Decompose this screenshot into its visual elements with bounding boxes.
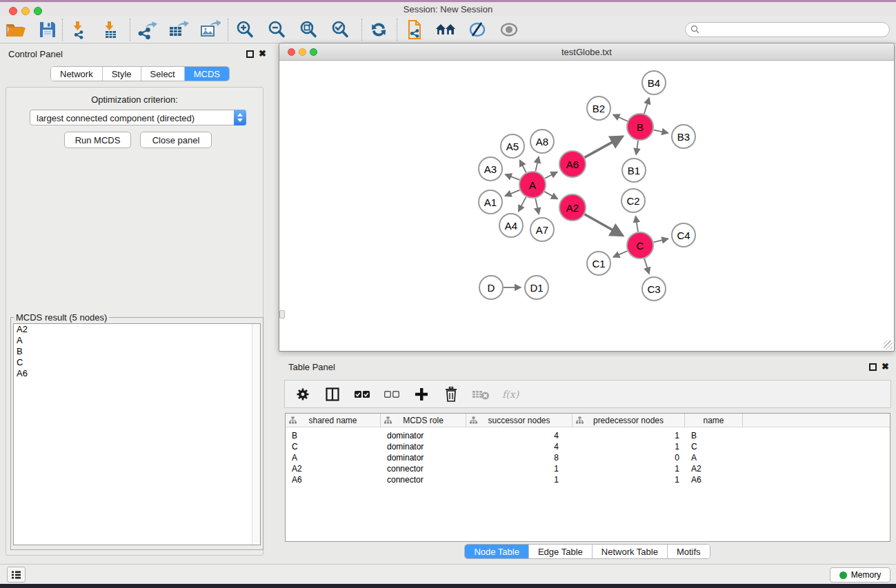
graph-node-D[interactable]: D (479, 275, 504, 300)
export-image-icon[interactable] (200, 19, 221, 40)
select-all-checks-icon[interactable] (352, 385, 372, 404)
cell-name[interactable]: A6 (685, 474, 743, 485)
graph-node-C2[interactable]: C2 (621, 188, 646, 213)
tab-edge-table[interactable]: Edge Table (529, 545, 593, 558)
graph-edge-A-A5[interactable] (520, 160, 526, 172)
graph-edge-A6-B[interactable] (585, 136, 623, 157)
tab-mcds[interactable]: MCDS (185, 67, 229, 81)
cell-MCDS-role[interactable]: connector (381, 474, 466, 485)
save-icon[interactable] (37, 19, 58, 40)
graph-node-B1[interactable]: B1 (621, 158, 646, 183)
graph-node-C[interactable]: C (626, 232, 654, 259)
unselect-all-checks-icon[interactable] (382, 385, 401, 404)
graph-node-D1[interactable]: D1 (524, 275, 549, 300)
tab-node-table[interactable]: Node Table (465, 545, 529, 558)
graph-edge-A-A6[interactable] (545, 172, 557, 178)
network-document-icon[interactable] (404, 19, 424, 40)
graph-edge-C-C2[interactable] (635, 216, 637, 232)
graph-edge-A-A8[interactable] (535, 156, 539, 171)
graph-node-B2[interactable]: B2 (586, 96, 611, 121)
graph-edge-A-A1[interactable] (505, 190, 519, 196)
graph-node-A2[interactable]: A2 (559, 194, 586, 221)
graph-edge-A-A2[interactable] (544, 192, 557, 199)
graph-edge-C-C1[interactable] (613, 251, 628, 257)
column-layout-icon[interactable] (323, 385, 342, 404)
control-panel-close-icon[interactable]: ✖ (259, 48, 266, 59)
cell-name[interactable]: C (685, 441, 743, 452)
table-row[interactable]: Cdominator41C (286, 441, 890, 452)
export-network-icon[interactable] (137, 19, 157, 40)
graph-edge-C-C3[interactable] (644, 258, 649, 274)
zoom-out-icon[interactable] (266, 19, 287, 40)
search-input[interactable] (685, 22, 890, 37)
cell-predecessor-nodes[interactable]: 1 (573, 463, 685, 474)
delete-table-icon[interactable] (471, 385, 490, 404)
network-window-titlebar[interactable]: testGlobe.txt (279, 43, 894, 61)
graph-node-C4[interactable]: C4 (671, 223, 696, 247)
zoom-fit-icon[interactable] (298, 19, 319, 40)
graph-node-B4[interactable]: B4 (641, 70, 666, 95)
cell-MCDS-role[interactable]: connector (381, 463, 466, 474)
memory-button[interactable]: Memory (830, 567, 890, 582)
graph-edge-B-B1[interactable] (636, 141, 638, 154)
cell-MCDS-role[interactable]: dominator (381, 441, 466, 452)
close-panel-button[interactable]: Close panel (140, 132, 212, 148)
cell-successor-nodes[interactable]: 4 (466, 430, 573, 441)
network-resize-grip[interactable] (884, 341, 893, 349)
mcds-result-item[interactable]: C (14, 357, 260, 368)
refresh-icon[interactable] (368, 19, 389, 40)
column-header-successor-nodes[interactable]: successor nodes (466, 414, 573, 427)
tab-network[interactable]: Network (51, 67, 103, 81)
mcds-result-scrollbar[interactable] (252, 324, 260, 545)
graph-edge-B-B2[interactable] (613, 114, 628, 121)
open-file-icon[interactable] (6, 19, 26, 40)
optimization-criterion-dropdown[interactable]: largest connected component (directed) (30, 110, 246, 125)
cell-MCDS-role[interactable]: dominator (381, 452, 466, 463)
graph-edge-A-A4[interactable] (519, 197, 526, 212)
column-header-name[interactable]: name (685, 414, 743, 427)
cell-predecessor-nodes[interactable]: 1 (573, 474, 685, 485)
settings-gear-icon[interactable] (293, 385, 312, 404)
graph-edge-A-A3[interactable] (505, 174, 519, 180)
column-header-MCDS-role[interactable]: MCDS role (381, 414, 466, 427)
network-scrollbar-thumb[interactable] (279, 310, 285, 318)
node-table[interactable]: shared nameMCDS rolesuccessor nodesprede… (285, 413, 890, 542)
graph-node-A1[interactable]: A1 (478, 190, 503, 214)
graph-node-A[interactable]: A (519, 171, 546, 199)
graph-edge-B-B3[interactable] (654, 130, 668, 133)
graphics-details-icon[interactable] (467, 19, 488, 40)
graph-edge-A-A7[interactable] (535, 199, 539, 214)
graph-node-B3[interactable]: B3 (671, 124, 696, 149)
tab-motifs[interactable]: Motifs (668, 545, 710, 558)
table-row[interactable]: A2connector11A2 (286, 463, 890, 474)
cell-shared-name[interactable]: A2 (286, 463, 381, 474)
network-canvas[interactable]: B4B2BB3A8A5A6A3B1AC2A1A2A4A7C4CC1C3DD1 (279, 61, 894, 351)
table-panel-close-icon[interactable]: ✖ (882, 361, 889, 372)
export-table-icon[interactable] (168, 19, 189, 40)
graph-edge-A2-C[interactable] (584, 214, 623, 236)
graph-node-A7[interactable]: A7 (530, 217, 555, 242)
mcds-result-item[interactable]: A (14, 335, 260, 346)
tab-network-table[interactable]: Network Table (593, 545, 668, 558)
task-history-button[interactable] (7, 567, 26, 582)
cell-shared-name[interactable]: B (286, 430, 381, 441)
table-row[interactable]: Bdominator41B (286, 430, 890, 441)
mcds-result-list[interactable]: A2ABCA6 (13, 323, 261, 545)
column-header-predecessor-nodes[interactable]: predecessor nodes (573, 414, 685, 427)
graph-node-A8[interactable]: A8 (530, 129, 555, 154)
table-panel-float-icon[interactable] (869, 363, 877, 371)
table-row[interactable]: A6connector11A6 (286, 474, 890, 485)
home-icon[interactable] (435, 19, 456, 40)
cell-successor-nodes[interactable]: 1 (466, 463, 573, 474)
cell-name[interactable]: A2 (685, 463, 743, 474)
graph-node-C3[interactable]: C3 (641, 276, 666, 301)
delete-row-icon[interactable] (441, 385, 461, 404)
column-header-shared-name[interactable]: shared name (286, 414, 381, 427)
graph-node-C1[interactable]: C1 (586, 251, 611, 276)
cell-predecessor-nodes[interactable]: 0 (573, 452, 685, 463)
mcds-result-item[interactable]: B (14, 346, 260, 357)
graph-node-A4[interactable]: A4 (499, 213, 524, 238)
import-network-icon[interactable] (69, 19, 90, 40)
graph-node-A6[interactable]: A6 (559, 150, 586, 178)
zoom-selected-icon[interactable] (330, 19, 350, 40)
